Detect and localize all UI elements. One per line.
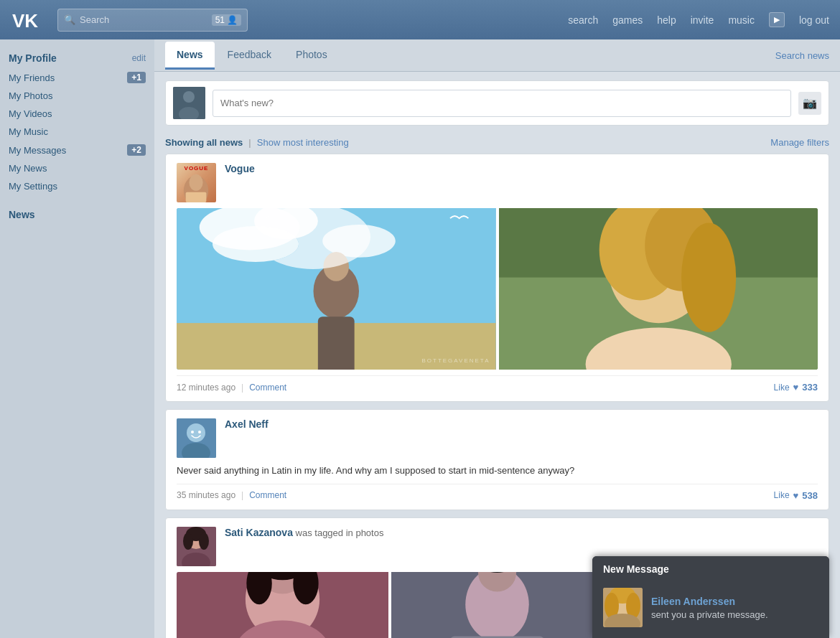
search-input[interactable] [80, 14, 207, 25]
tabs-bar: News Feedback Photos Search news [154, 39, 840, 72]
svg-point-25 [191, 431, 194, 433]
sidebar-item-videos[interactable]: My Videos [0, 105, 154, 123]
person-icon: 👤 [227, 15, 238, 25]
nav-help[interactable]: help [657, 14, 676, 26]
sati-image-2[interactable] [391, 572, 603, 639]
sidebar-item-music[interactable]: My Music [0, 123, 154, 141]
tab-news[interactable]: News [165, 42, 215, 70]
sidebar-news-section: News [0, 205, 154, 224]
filter-separator: | [248, 137, 251, 148]
show-interesting-link[interactable]: Show most interesting [257, 137, 349, 148]
axel-avatar [177, 418, 216, 458]
manage-filters-link[interactable]: Manage filters [770, 137, 829, 148]
popup-message-text: sent you a private message. [651, 609, 768, 620]
nav-music[interactable]: music [728, 14, 755, 26]
vogue-cover-image: VOGUE [177, 163, 216, 202]
svg-point-31 [199, 533, 209, 550]
news-label: My News [9, 163, 47, 174]
profile-row: My Profile edit [0, 47, 154, 68]
post-footer-left-axel: 35 minutes ago | Comment [177, 490, 286, 500]
tab-feedback[interactable]: Feedback [216, 42, 283, 70]
compose-avatar [173, 87, 205, 119]
profile-edit-link[interactable]: edit [132, 53, 146, 63]
new-message-popup[interactable]: New Message Eileen Anderssen sent you a … [592, 556, 829, 638]
like-button[interactable]: Like [774, 383, 790, 393]
main-layout: My Profile edit My Friends +1 My Photos … [0, 39, 840, 638]
filter-bar: Showing all news | Show most interesting… [154, 134, 840, 154]
camera-button[interactable]: 📷 [798, 92, 821, 115]
sati-name[interactable]: Sati Kazanova [225, 527, 293, 538]
post-time: 12 minutes ago [177, 383, 235, 393]
nav-invite[interactable]: invite [691, 14, 714, 26]
svg-point-5 [189, 174, 202, 191]
popup-avatar-image [603, 588, 643, 627]
post-info: Vogue [225, 163, 818, 174]
svg-point-20 [681, 222, 736, 332]
post-header-axel: Axel Neff [177, 418, 818, 458]
search-count: 51 👤 [212, 14, 241, 26]
popup-sender-name[interactable]: Eileen Anderssen [651, 596, 768, 607]
videos-label: My Videos [9, 108, 52, 119]
svg-text:VK: VK [12, 10, 38, 30]
sidebar-item-friends[interactable]: My Friends +1 [0, 68, 154, 87]
logo[interactable]: VK [11, 9, 47, 31]
friends-label: My Friends [9, 72, 55, 83]
sidebar-item-messages[interactable]: My Messages +2 [0, 141, 154, 159]
my-profile-link[interactable]: My Profile [9, 52, 57, 64]
like-count-axel: 538 [802, 490, 818, 501]
nav-more-button[interactable]: ▶ [769, 12, 785, 27]
search-news-link[interactable]: Search news [775, 50, 829, 61]
post-footer-vogue: 12 minutes ago | Comment Like ♥ 333 [177, 375, 818, 393]
nav-logout[interactable]: log out [799, 14, 829, 26]
sidebar-item-settings[interactable]: My Settings [0, 177, 154, 195]
sidebar-section-title: News [9, 209, 35, 220]
search-icon: 🔍 [64, 14, 75, 25]
showing-all-label: Showing all news [165, 137, 243, 148]
tab-photos[interactable]: Photos [284, 42, 339, 70]
search-bar: 🔍 51 👤 [57, 9, 248, 32]
like-heart-icon-axel: ♥ [793, 490, 799, 501]
svg-rect-6 [186, 192, 207, 202]
axel-post-text: Never said anything in Latin in my life.… [177, 464, 818, 478]
compose-input[interactable] [213, 90, 791, 117]
vogue-image-1[interactable]: BOTTEGAVENETA [177, 208, 496, 370]
post-footer-left: 12 minutes ago | Comment [177, 383, 286, 393]
post-comment-link-axel[interactable]: Comment [249, 490, 286, 500]
vogue-text: VOGUE [185, 165, 209, 172]
like-button-axel[interactable]: Like [774, 490, 790, 500]
sidebar: My Profile edit My Friends +1 My Photos … [0, 39, 154, 638]
sati-image-1[interactable] [177, 572, 388, 639]
post-comment-link[interactable]: Comment [249, 383, 286, 393]
svg-point-26 [198, 431, 201, 433]
post-footer-right-axel: Like ♥ 538 [774, 490, 818, 501]
svg-point-13 [323, 252, 349, 281]
popup-title: New Message [592, 556, 829, 581]
settings-label: My Settings [9, 181, 57, 192]
post-vogue: VOGUE Vogue [165, 154, 829, 402]
post-separator-axel: | [241, 490, 243, 500]
post-axel: Axel Neff Never said anything in Latin i… [165, 409, 829, 510]
like-count: 333 [802, 382, 818, 393]
svg-rect-14 [318, 316, 355, 370]
photos-label: My Photos [9, 90, 52, 101]
post-separator: | [241, 383, 243, 393]
vogue-image-2[interactable] [499, 208, 818, 370]
post-footer-axel: 35 minutes ago | Comment Like ♥ 538 [177, 484, 818, 501]
nav-search[interactable]: search [568, 14, 598, 26]
nav-games[interactable]: games [612, 14, 643, 26]
popup-text: Eileen Anderssen sent you a private mess… [651, 596, 768, 620]
compose-box: 📷 [165, 80, 829, 126]
messages-badge: +2 [127, 144, 146, 156]
axel-name[interactable]: Axel Neff [225, 418, 818, 430]
content-area: News Feedback Photos Search news 📷 [154, 39, 840, 638]
friends-badge: +1 [127, 72, 146, 83]
messages-label: My Messages [9, 145, 66, 156]
vogue-name[interactable]: Vogue [225, 163, 818, 174]
sidebar-item-photos[interactable]: My Photos [0, 87, 154, 105]
like-heart-icon: ♥ [793, 382, 799, 393]
svg-point-30 [183, 533, 193, 550]
post-info-sati: Sati Kazanova was tagged in photos [225, 527, 818, 538]
sidebar-item-news[interactable]: My News [0, 159, 154, 177]
popup-body: Eileen Anderssen sent you a private mess… [592, 581, 829, 638]
filter-left: Showing all news | Show most interesting [165, 137, 349, 148]
